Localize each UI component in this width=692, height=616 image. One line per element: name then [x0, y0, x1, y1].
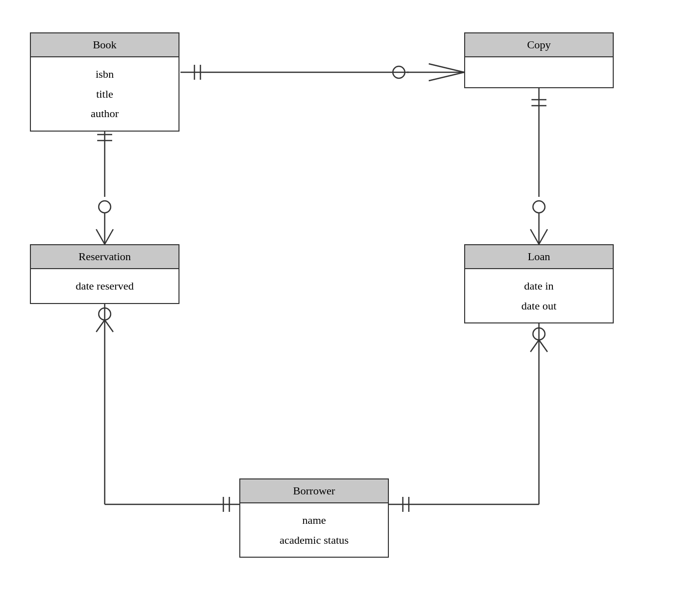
svg-line-12 — [530, 229, 539, 244]
svg-line-6 — [429, 72, 464, 81]
copy-entity: Copy — [464, 32, 614, 88]
svg-line-5 — [429, 64, 464, 72]
book-title-text: Book — [93, 38, 117, 51]
loan-entity: Loan date in date out — [464, 244, 614, 323]
borrower-title: Borrower — [240, 479, 388, 503]
svg-line-24 — [96, 320, 105, 332]
svg-point-17 — [99, 201, 111, 213]
reservation-entity: Reservation date reserved — [30, 244, 179, 304]
reservation-body: date reserved — [31, 269, 178, 303]
svg-line-13 — [539, 229, 547, 244]
svg-line-25 — [105, 320, 113, 332]
loan-body: date in date out — [465, 269, 613, 322]
loan-title-text: Loan — [527, 250, 550, 263]
svg-line-19 — [96, 229, 105, 244]
book-attr-author: author — [46, 104, 164, 124]
reservation-title: Reservation — [31, 245, 178, 269]
loan-attr-date-in: date in — [480, 276, 598, 296]
book-title: Book — [31, 33, 178, 57]
svg-line-31 — [530, 340, 539, 352]
book-entity: Book isbn title author — [30, 32, 179, 132]
borrower-attr-academic-status: academic status — [255, 530, 373, 550]
borrower-title-text: Borrower — [293, 484, 335, 497]
loan-title: Loan — [465, 245, 613, 269]
copy-body — [465, 57, 613, 87]
svg-line-20 — [105, 229, 113, 244]
borrower-body: name academic status — [240, 503, 388, 557]
reservation-attr-date-reserved: date reserved — [46, 276, 164, 296]
book-attr-title: title — [46, 84, 164, 104]
erd-diagram: Book isbn title author Copy Reservation … — [0, 0, 692, 616]
book-body: isbn title author — [31, 57, 178, 131]
copy-title: Copy — [465, 33, 613, 57]
svg-point-10 — [533, 201, 545, 213]
borrower-entity: Borrower name academic status — [239, 478, 389, 558]
book-attr-isbn: isbn — [46, 64, 164, 84]
loan-attr-date-out: date out — [480, 296, 598, 316]
svg-line-32 — [539, 340, 547, 352]
copy-title-text: Copy — [527, 38, 551, 51]
reservation-title-text: Reservation — [78, 250, 131, 263]
borrower-attr-name: name — [255, 510, 373, 530]
